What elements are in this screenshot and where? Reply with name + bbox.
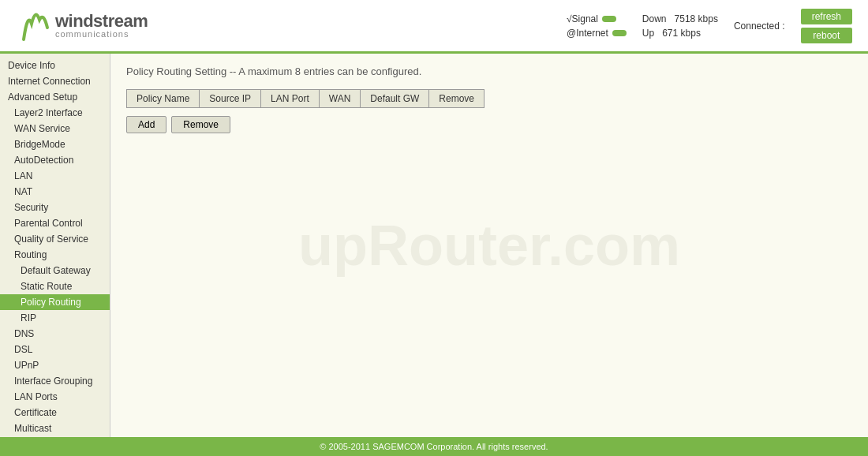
col-default-gw: Default GW <box>361 90 429 108</box>
sidebar-item-rip[interactable]: RIP <box>0 310 110 326</box>
sidebar-item-parental-control[interactable]: Parental Control <box>0 215 110 231</box>
sidebar: Device Info Internet Connection Advanced… <box>0 54 110 437</box>
logo-area: windstream communications <box>8 4 148 47</box>
sidebar-item-advanced-setup[interactable]: Advanced Setup <box>0 89 110 105</box>
sidebar-item-multicast[interactable]: Multicast <box>0 420 110 436</box>
sidebar-item-policy-routing[interactable]: Policy Routing <box>0 294 110 310</box>
logo-windstream: windstream <box>55 13 148 30</box>
sidebar-item-wan-service[interactable]: WAN Service <box>0 121 110 136</box>
connected-row: Connected : <box>734 19 785 33</box>
col-lan-port: LAN Port <box>261 90 320 108</box>
status-bar: √Signal @Internet Down 7518 kbps Up 671 … <box>559 0 860 53</box>
header: windstream communications √Signal @Inter… <box>0 0 868 54</box>
layout: Device Info Internet Connection Advanced… <box>0 54 868 437</box>
reboot-button[interactable]: reboot <box>801 28 852 43</box>
add-button[interactable]: Add <box>126 116 166 133</box>
up-row: Up 671 kbps <box>642 26 718 40</box>
sidebar-item-certificate[interactable]: Certificate <box>0 405 110 420</box>
col-remove: Remove <box>429 90 485 108</box>
footer-copyright: © 2005-2011 SAGEMCOM Corporation. All ri… <box>320 442 548 451</box>
col-policy-name: Policy Name <box>127 90 200 108</box>
logo-text: windstream communications <box>55 13 148 39</box>
down-row: Down 7518 kbps <box>642 12 718 26</box>
sidebar-item-internet-connection[interactable]: Internet Connection <box>0 73 110 89</box>
col-wan: WAN <box>319 90 361 108</box>
remove-button[interactable]: Remove <box>171 116 230 133</box>
down-speed: 7518 kbps <box>675 13 718 24</box>
signal-group: √Signal @Internet <box>559 0 634 53</box>
signal-label: √Signal <box>567 13 598 24</box>
sidebar-item-security[interactable]: Security <box>0 200 110 215</box>
signal-row: √Signal <box>567 12 627 26</box>
col-source-ip: Source IP <box>200 90 261 108</box>
main-content: upRouter.com Policy Routing Setting -- A… <box>110 54 868 437</box>
sidebar-item-autodetection[interactable]: AutoDetection <box>0 152 110 168</box>
content-area: Policy Routing Setting -- A maximum 8 en… <box>126 65 852 133</box>
refresh-button[interactable]: refresh <box>801 9 852 24</box>
up-label: Up <box>642 28 654 39</box>
sidebar-item-upnp[interactable]: UPnP <box>0 357 110 373</box>
footer: © 2005-2011 SAGEMCOM Corporation. All ri… <box>0 437 868 456</box>
down-label: Down <box>642 13 667 24</box>
sidebar-item-wireless[interactable]: Wireless <box>0 436 110 437</box>
sidebar-item-default-gateway[interactable]: Default Gateway <box>0 263 110 278</box>
sidebar-item-device-info[interactable]: Device Info <box>0 58 110 73</box>
signal-dot <box>602 16 616 22</box>
up-speed: 671 kbps <box>662 28 701 39</box>
internet-row: @Internet <box>567 26 627 40</box>
sidebar-item-lan-ports[interactable]: LAN Ports <box>0 389 110 405</box>
windstream-logo-icon <box>8 4 51 47</box>
sidebar-item-routing[interactable]: Routing <box>0 247 110 263</box>
sidebar-item-quality-of-service[interactable]: Quality of Service <box>0 231 110 247</box>
connected-label: Connected : <box>734 21 785 32</box>
logo-communications: communications <box>55 30 148 39</box>
page-title: Policy Routing Setting -- A maximum 8 en… <box>126 65 852 77</box>
sidebar-item-bridgemode[interactable]: BridgeMode <box>0 136 110 152</box>
policy-table: Policy Name Source IP LAN Port WAN Defau… <box>126 89 485 108</box>
connected-group: Connected : <box>726 0 793 53</box>
sidebar-item-interface-grouping[interactable]: Interface Grouping <box>0 373 110 389</box>
sidebar-item-lan[interactable]: LAN <box>0 168 110 184</box>
button-row: Add Remove <box>126 116 852 133</box>
internet-label: @Internet <box>567 28 608 39</box>
action-buttons: refresh reboot <box>793 4 860 48</box>
sidebar-item-dns[interactable]: DNS <box>0 326 110 342</box>
speed-group: Down 7518 kbps Up 671 kbps <box>634 0 726 53</box>
sidebar-item-static-route[interactable]: Static Route <box>0 278 110 294</box>
sidebar-item-nat[interactable]: NAT <box>0 184 110 200</box>
watermark: upRouter.com <box>298 213 680 278</box>
sidebar-item-layer2-interface[interactable]: Layer2 Interface <box>0 105 110 121</box>
sidebar-item-dsl[interactable]: DSL <box>0 342 110 357</box>
internet-dot <box>612 30 627 36</box>
